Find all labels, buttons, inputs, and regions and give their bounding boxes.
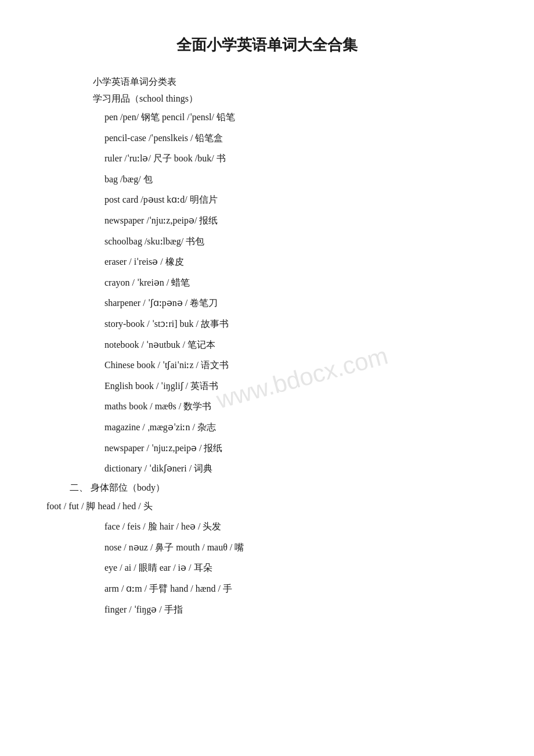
vocab-item: schoolbag /skuːlbæg/ 书包: [104, 234, 488, 249]
vocab-item: English book / ˈiŋgliʃ / 英语书: [104, 379, 488, 394]
body-section-heading: 二、 身体部位（body）: [70, 482, 488, 494]
intro-heading: 小学英语单词分类表: [93, 76, 488, 88]
vocab-item: post card /pəust kɑːd/ 明信片: [104, 192, 488, 207]
vocab-item: crayon / ˈkreiən / 蜡笔: [104, 275, 488, 290]
page-title: 全面小学英语单词大全合集: [46, 35, 488, 55]
vocab-item: pencil-case /ˈpenslkeis / 铅笔盒: [104, 131, 488, 146]
vocab-item: magazine / ˌmægəˈziːn / 杂志: [104, 420, 488, 435]
vocab-item: ruler /ˈruːlə/ 尺子 book /buk/ 书: [104, 151, 488, 166]
body-vocab-item: finger / ˈfiŋgə / 手指: [104, 602, 488, 617]
school-things-heading: 学习用品（school things）: [93, 93, 488, 105]
body-vocab-item: eye / ai / 眼睛 ear / iə / 耳朵: [104, 560, 488, 575]
vocab-item: maths book / mæθs / 数学书: [104, 399, 488, 414]
vocab-item: newspaper / ˈnjuːz,peipə / 报纸: [104, 441, 488, 456]
body-first-line: foot / fut / 脚 head / hed / 头: [46, 499, 488, 514]
body-vocab-item: face / feis / 脸 hair / heə / 头发: [104, 519, 488, 534]
vocab-item: newspaper /ˈnjuːz,peipə/ 报纸: [104, 213, 488, 228]
vocab-item: eraser / iˈreisə / 橡皮: [104, 254, 488, 269]
body-vocab-item: arm / ɑːm / 手臂 hand / hænd / 手: [104, 581, 488, 596]
vocab-item: pen /pen/ 钢笔 pencil /ˈpensl/ 铅笔: [104, 110, 488, 125]
body-vocab-item: nose / nəuz / 鼻子 mouth / mauθ / 嘴: [104, 540, 488, 555]
vocab-item: story-book / ˈstɔːri] buk / 故事书: [104, 316, 488, 332]
school-things-list: pen /pen/ 钢笔 pencil /ˈpensl/ 铅笔pencil-ca…: [46, 110, 488, 476]
vocab-item: bag /bæg/ 包: [104, 172, 488, 187]
vocab-item: Chinese book / ˈtʃaiˈniːz / 语文书: [104, 358, 488, 373]
vocab-item: sharpener / ˈʃɑːpənə / 卷笔刀: [104, 296, 488, 311]
vocab-item: notebook / ˈnəutbuk / 笔记本: [104, 337, 488, 352]
body-items-list: face / feis / 脸 hair / heə / 头发nose / nə…: [46, 519, 488, 617]
vocab-item: dictionary / ˈdikʃəneri / 词典: [104, 461, 488, 476]
